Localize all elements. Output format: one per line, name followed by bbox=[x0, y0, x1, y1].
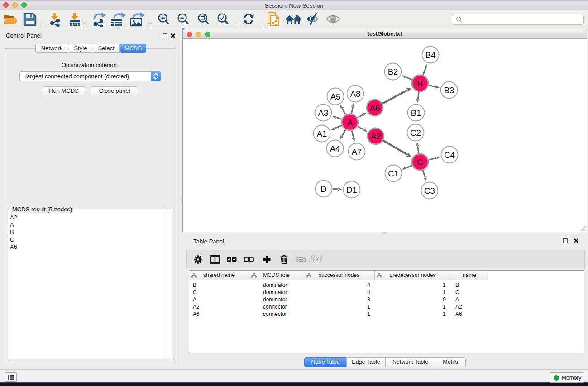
svg-text:B4: B4 bbox=[425, 50, 436, 60]
svg-text:D: D bbox=[320, 184, 326, 194]
svg-text:B: B bbox=[417, 79, 423, 88]
svg-text:A6: A6 bbox=[370, 103, 380, 113]
svg-text:A3: A3 bbox=[318, 108, 329, 118]
svg-text:C: C bbox=[417, 157, 423, 167]
svg-text:A: A bbox=[347, 118, 353, 127]
svg-text:B1: B1 bbox=[411, 108, 421, 118]
svg-text:C1: C1 bbox=[388, 169, 399, 178]
svg-text:A7: A7 bbox=[352, 147, 362, 157]
svg-text:D1: D1 bbox=[346, 185, 357, 195]
svg-text:C3: C3 bbox=[424, 186, 435, 195]
svg-text:A5: A5 bbox=[330, 92, 341, 101]
svg-text:A4: A4 bbox=[330, 144, 340, 153]
svg-text:A1: A1 bbox=[317, 129, 327, 138]
svg-text:B2: B2 bbox=[388, 67, 398, 76]
svg-text:C4: C4 bbox=[444, 150, 455, 160]
svg-text:A8: A8 bbox=[350, 89, 361, 99]
svg-text:A2: A2 bbox=[371, 132, 381, 141]
svg-text:C2: C2 bbox=[410, 128, 421, 138]
svg-text:B3: B3 bbox=[444, 86, 454, 95]
